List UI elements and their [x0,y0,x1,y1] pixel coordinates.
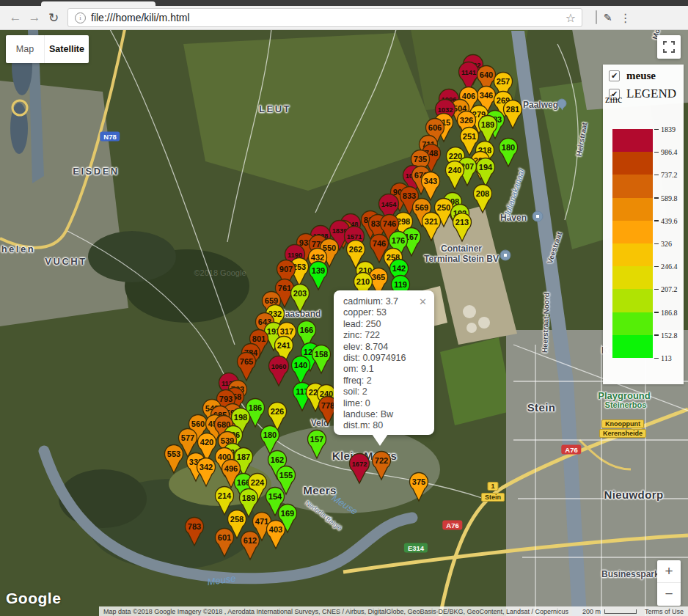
svg-text:746: 746 [373,239,386,248]
svg-text:158: 158 [315,350,328,359]
info-window-line: dist: 0.0974916 [343,353,434,364]
map-data-attribution: Map data ©2018 Google Imagery ©2018 , Ae… [99,608,582,615]
legend-tick-dash [654,358,659,359]
legend-band [612,335,653,358]
svg-text:213: 213 [455,218,469,227]
svg-text:343: 343 [424,177,437,186]
close-icon[interactable]: ✕ [419,296,427,307]
scale-bar [604,609,637,614]
svg-text:606: 606 [428,123,442,132]
info-window-line: zinc: 722 [343,330,434,341]
svg-text:180: 180 [263,430,277,439]
fullscreen-button[interactable] [657,35,681,59]
info-window: ✕ cadmium: 3.7copper: 53lead: 250zinc: 7… [334,290,434,435]
reload-button[interactable]: ↻ [44,10,63,26]
info-window-line: landuse: Bw [343,409,434,420]
legend-panel: ✔ meuse ✔ LEGEND zinc 1839986.4737.2589.… [603,65,684,384]
legend-tick-label: 737.2 [661,171,678,179]
legend-tick-label: 326 [661,240,672,248]
legend-tick-dash [654,220,659,221]
legend-tick-label: 186.8 [661,309,678,317]
svg-text:317: 317 [280,327,293,336]
meuse-checkbox[interactable]: ✔ [609,70,620,81]
svg-text:659: 659 [265,296,278,305]
legend-tick-dash [654,243,659,245]
zoom-control: + − [657,560,681,606]
svg-text:403: 403 [269,525,282,534]
svg-text:214: 214 [218,491,232,500]
svg-text:119: 119 [394,280,407,289]
legend-color-bar [612,129,653,358]
svg-text:189: 189 [242,494,255,502]
legend-tick-dash [654,312,659,313]
svg-text:226: 226 [271,407,284,416]
legend-band [612,243,653,266]
svg-text:569: 569 [415,203,428,212]
legend-tick-label: 152.8 [661,331,678,340]
svg-text:1141: 1141 [461,69,476,76]
svg-text:186: 186 [249,403,262,412]
terms-of-use-link[interactable]: Terms of Use [640,608,688,615]
svg-text:220: 220 [449,152,462,161]
legend-layer-label: LEGEND [626,87,676,101]
svg-text:577: 577 [181,433,194,442]
svg-text:833: 833 [403,191,416,200]
svg-text:783: 783 [188,522,201,531]
svg-text:560: 560 [191,419,205,428]
extension-icon-gray[interactable] [596,11,597,24]
map-button[interactable]: Map [6,35,44,63]
svg-text:262: 262 [349,245,362,254]
svg-text:553: 553 [167,450,180,458]
svg-text:180: 180 [502,143,515,152]
legend-tick-label: 207.2 [661,285,678,293]
svg-text:326: 326 [460,116,473,125]
svg-text:342: 342 [200,463,213,472]
info-window-line: lime: 0 [343,398,434,409]
legend-tick-label: 439.6 [661,217,678,225]
legend-band [612,175,653,197]
legend-band [612,198,653,221]
google-logo: Google [6,590,61,607]
svg-text:1571: 1571 [347,233,362,241]
svg-text:208: 208 [476,189,489,198]
scale-label: 200 m [582,608,601,615]
legend-tick-label: 986.4 [661,148,678,156]
svg-text:166: 166 [300,326,313,334]
svg-text:1060: 1060 [271,363,287,370]
browser-menu-button[interactable]: ⋮ [620,11,632,25]
svg-text:257: 257 [497,77,510,86]
map-type-control: Map Satellite [6,35,89,63]
svg-text:420: 420 [200,438,213,447]
svg-text:722: 722 [375,456,388,465]
svg-text:793: 793 [219,395,233,403]
satellite-button[interactable]: Satellite [44,35,89,63]
legend-tick-dash [654,152,659,153]
back-button[interactable]: ← [6,10,25,25]
fullscreen-icon [663,41,675,53]
bookmark-star-icon[interactable]: ☆ [566,11,576,25]
svg-text:194: 194 [479,163,493,172]
svg-text:157: 157 [310,435,323,444]
svg-text:346: 346 [480,91,493,100]
svg-text:778: 778 [321,401,334,410]
meuse-layer-label: meuse [626,70,656,82]
info-window-tail [372,434,388,446]
legend-tick-dash [654,197,659,199]
browser-window: LEUTEISDENVUCHTchelenPaalwegHavenContain… [0,0,688,616]
url-text[interactable]: file:///home/kili/m.html [91,12,566,23]
page-info-icon[interactable]: i [75,12,86,23]
info-window-line: lead: 250 [343,319,434,330]
forward-button[interactable]: → [25,10,44,25]
zoom-in-button[interactable]: + [657,560,681,583]
svg-text:735: 735 [414,155,427,164]
svg-text:375: 375 [412,477,425,486]
info-window-line: copper: 53 [343,307,434,318]
legend-band [612,312,653,335]
svg-text:801: 801 [252,334,266,343]
svg-text:406: 406 [462,92,475,100]
svg-text:258: 258 [230,515,244,524]
address-bar[interactable]: i file:///home/kili/m.html ☆ [67,8,582,27]
extension-icon-pen[interactable]: ✎ [604,12,612,23]
zoom-out-button[interactable]: − [657,583,681,605]
info-window-line: soil: 2 [343,386,434,397]
